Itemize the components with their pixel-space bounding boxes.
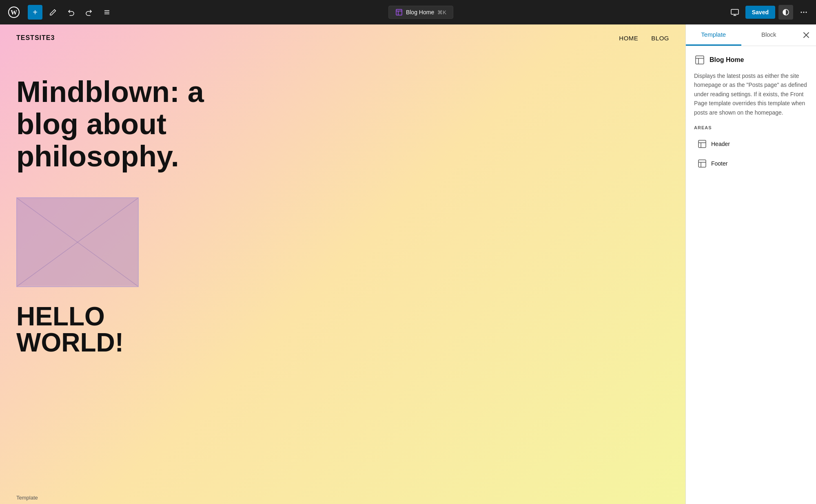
redo-icon xyxy=(85,9,93,16)
footer-layout-icon xyxy=(697,159,707,168)
svg-rect-19 xyxy=(696,56,704,64)
view-button[interactable] xyxy=(727,5,742,20)
template-label: Template xyxy=(16,495,38,501)
panel-description: Displays the latest posts as either the … xyxy=(694,71,808,117)
tab-block[interactable]: Block xyxy=(741,24,797,46)
saved-button[interactable]: Saved xyxy=(745,6,775,19)
right-panel: Template Block Blog Hom xyxy=(685,24,816,504)
toolbar-right: Saved xyxy=(727,5,811,20)
panel-title: Blog Home xyxy=(710,56,744,64)
toolbar: W + xyxy=(0,0,816,24)
monitor-icon xyxy=(731,9,739,16)
panel-close-button[interactable] xyxy=(798,27,814,43)
site-header: TESTSITE3 HOME BLOG xyxy=(0,24,685,51)
template-icon xyxy=(395,9,403,16)
keyboard-shortcut: ⌘K xyxy=(437,9,446,15)
undo-button[interactable] xyxy=(64,5,78,20)
redo-button[interactable] xyxy=(82,5,96,20)
blog-home-pill[interactable]: Blog Home ⌘K xyxy=(388,6,453,19)
svg-point-12 xyxy=(801,12,802,13)
add-icon: + xyxy=(33,8,38,17)
undo-icon xyxy=(67,9,75,16)
svg-rect-22 xyxy=(698,140,706,148)
pencil-icon xyxy=(49,9,57,16)
panel-template-icon xyxy=(694,54,705,66)
svg-point-14 xyxy=(806,12,807,13)
list-view-button[interactable] xyxy=(100,5,114,20)
svg-text:W: W xyxy=(11,9,17,16)
svg-rect-25 xyxy=(698,160,706,167)
nav-home[interactable]: HOME xyxy=(619,35,638,42)
add-button[interactable]: + xyxy=(28,5,42,20)
edit-button[interactable] xyxy=(46,5,60,20)
panel-header: Template Block xyxy=(686,24,816,46)
svg-point-13 xyxy=(803,12,805,13)
wp-logo[interactable]: W xyxy=(5,3,23,21)
svg-rect-5 xyxy=(396,9,402,15)
site-title: TESTSITE3 xyxy=(16,34,55,42)
nav-blog[interactable]: BLOG xyxy=(651,35,669,42)
panel-title-row: Blog Home xyxy=(694,54,808,66)
post-image-placeholder xyxy=(16,197,139,287)
svg-rect-8 xyxy=(731,9,738,14)
hero-text: Mindblown: a blog about philosophy. xyxy=(0,51,286,189)
canvas[interactable]: TESTSITE3 HOME BLOG Mindblown: a blog ab… xyxy=(0,24,685,504)
area-footer[interactable]: Footer xyxy=(694,155,808,172)
areas-label: AREAS xyxy=(694,125,808,130)
area-header[interactable]: Header xyxy=(694,135,808,153)
more-options-button[interactable] xyxy=(796,5,811,20)
color-scheme-button[interactable] xyxy=(778,5,793,20)
contrast-icon xyxy=(782,9,789,16)
toolbar-center: Blog Home ⌘K xyxy=(118,6,724,19)
blog-home-label: Blog Home xyxy=(406,9,434,15)
areas-list: Header Footer xyxy=(694,135,808,172)
post-title: HELLOWORLD! xyxy=(0,295,685,356)
main-layout: TESTSITE3 HOME BLOG Mindblown: a blog ab… xyxy=(0,24,816,504)
header-label: Header xyxy=(711,141,730,147)
tab-template[interactable]: Template xyxy=(686,24,741,46)
ellipsis-icon xyxy=(800,9,807,16)
footer-label: Footer xyxy=(711,160,727,167)
header-layout-icon xyxy=(697,139,707,149)
site-nav: HOME BLOG xyxy=(619,35,669,42)
panel-content: Blog Home Displays the latest posts as e… xyxy=(686,46,816,182)
list-icon xyxy=(103,9,111,16)
close-icon xyxy=(803,32,809,38)
